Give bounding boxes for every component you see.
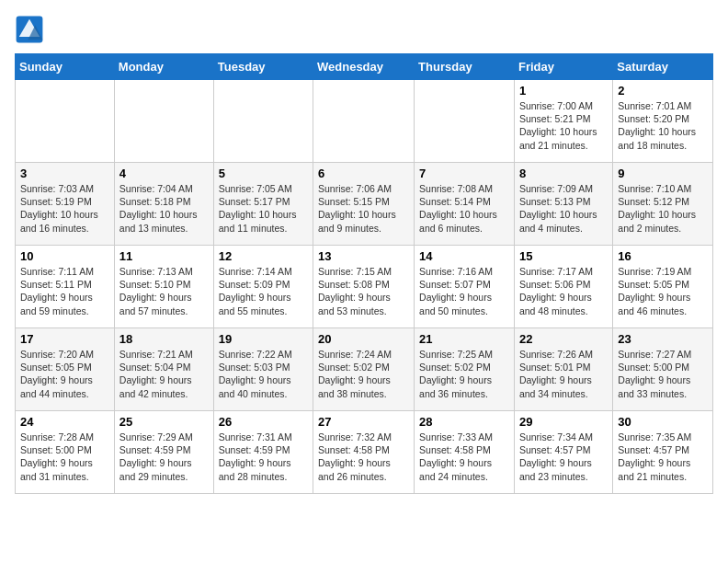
day-info: Sunrise: 7:17 AM Sunset: 5:06 PM Dayligh… — [519, 265, 608, 317]
week-row-3: 10Sunrise: 7:11 AM Sunset: 5:11 PM Dayli… — [16, 246, 713, 328]
calendar-cell: 3Sunrise: 7:03 AM Sunset: 5:19 PM Daylig… — [16, 163, 115, 246]
day-header-sunday: Sunday — [16, 54, 115, 80]
day-info: Sunrise: 7:00 AM Sunset: 5:21 PM Dayligh… — [519, 99, 608, 152]
calendar-table: SundayMondayTuesdayWednesdayThursdayFrid… — [15, 53, 713, 494]
day-info: Sunrise: 7:01 AM Sunset: 5:20 PM Dayligh… — [618, 99, 708, 152]
calendar-cell — [313, 80, 415, 163]
week-row-5: 24Sunrise: 7:28 AM Sunset: 5:00 PM Dayli… — [16, 411, 713, 494]
day-info: Sunrise: 7:16 AM Sunset: 5:07 PM Dayligh… — [419, 265, 509, 317]
calendar-cell — [114, 80, 213, 163]
day-header-tuesday: Tuesday — [213, 54, 313, 80]
calendar-cell: 11Sunrise: 7:13 AM Sunset: 5:10 PM Dayli… — [114, 246, 213, 328]
day-number: 28 — [419, 415, 509, 429]
calendar-cell — [213, 80, 313, 163]
day-info: Sunrise: 7:14 AM Sunset: 5:09 PM Dayligh… — [219, 265, 308, 317]
calendar-cell: 23Sunrise: 7:27 AM Sunset: 5:00 PM Dayli… — [613, 328, 713, 411]
day-number: 12 — [219, 249, 308, 263]
day-info: Sunrise: 7:03 AM Sunset: 5:19 PM Dayligh… — [20, 182, 109, 235]
day-number: 2 — [618, 84, 708, 98]
calendar-cell — [16, 80, 115, 163]
day-number: 5 — [219, 167, 308, 180]
calendar-cell: 10Sunrise: 7:11 AM Sunset: 5:11 PM Dayli… — [16, 246, 115, 328]
calendar-cell: 26Sunrise: 7:31 AM Sunset: 4:59 PM Dayli… — [213, 411, 313, 494]
calendar-cell: 9Sunrise: 7:10 AM Sunset: 5:12 PM Daylig… — [613, 163, 713, 246]
calendar-cell: 24Sunrise: 7:28 AM Sunset: 5:00 PM Dayli… — [16, 411, 115, 494]
day-number: 30 — [618, 415, 708, 429]
calendar-cell: 12Sunrise: 7:14 AM Sunset: 5:09 PM Dayli… — [213, 246, 313, 328]
day-info: Sunrise: 7:28 AM Sunset: 5:00 PM Dayligh… — [20, 431, 109, 483]
day-number: 24 — [20, 415, 109, 429]
calendar-cell: 22Sunrise: 7:26 AM Sunset: 5:01 PM Dayli… — [514, 328, 612, 411]
calendar-cell — [415, 80, 515, 163]
day-header-monday: Monday — [114, 54, 213, 80]
day-info: Sunrise: 7:19 AM Sunset: 5:05 PM Dayligh… — [618, 265, 708, 317]
day-info: Sunrise: 7:15 AM Sunset: 5:08 PM Dayligh… — [318, 265, 409, 317]
calendar-cell: 21Sunrise: 7:25 AM Sunset: 5:02 PM Dayli… — [415, 328, 515, 411]
day-number: 25 — [119, 415, 209, 429]
day-number: 16 — [618, 249, 708, 263]
day-info: Sunrise: 7:13 AM Sunset: 5:10 PM Dayligh… — [119, 265, 209, 317]
calendar-cell: 17Sunrise: 7:20 AM Sunset: 5:05 PM Dayli… — [16, 328, 115, 411]
day-number: 23 — [618, 332, 708, 346]
day-number: 13 — [318, 249, 409, 263]
calendar-cell: 2Sunrise: 7:01 AM Sunset: 5:20 PM Daylig… — [613, 80, 713, 163]
calendar-cell: 1Sunrise: 7:00 AM Sunset: 5:21 PM Daylig… — [514, 80, 612, 163]
calendar-cell: 25Sunrise: 7:29 AM Sunset: 4:59 PM Dayli… — [114, 411, 213, 494]
calendar-cell: 6Sunrise: 7:06 AM Sunset: 5:15 PM Daylig… — [313, 163, 415, 246]
day-number: 17 — [20, 332, 109, 346]
day-number: 26 — [219, 415, 308, 429]
day-header-friday: Friday — [514, 54, 612, 80]
day-info: Sunrise: 7:31 AM Sunset: 4:59 PM Dayligh… — [219, 431, 308, 483]
calendar-cell: 7Sunrise: 7:08 AM Sunset: 5:14 PM Daylig… — [415, 163, 515, 246]
day-number: 29 — [519, 415, 608, 429]
day-number: 9 — [618, 167, 708, 180]
day-header-saturday: Saturday — [613, 54, 713, 80]
page-header — [15, 15, 713, 44]
calendar-cell: 8Sunrise: 7:09 AM Sunset: 5:13 PM Daylig… — [514, 163, 612, 246]
day-info: Sunrise: 7:35 AM Sunset: 4:57 PM Dayligh… — [618, 431, 708, 483]
day-number: 11 — [119, 249, 209, 263]
day-header-wednesday: Wednesday — [313, 54, 415, 80]
day-info: Sunrise: 7:34 AM Sunset: 4:57 PM Dayligh… — [519, 431, 608, 483]
calendar-cell: 15Sunrise: 7:17 AM Sunset: 5:06 PM Dayli… — [514, 246, 612, 328]
day-number: 8 — [519, 167, 608, 180]
calendar-cell: 27Sunrise: 7:32 AM Sunset: 4:58 PM Dayli… — [313, 411, 415, 494]
day-number: 22 — [519, 332, 608, 346]
week-row-4: 17Sunrise: 7:20 AM Sunset: 5:05 PM Dayli… — [16, 328, 713, 411]
day-info: Sunrise: 7:27 AM Sunset: 5:00 PM Dayligh… — [618, 348, 708, 400]
calendar-cell: 19Sunrise: 7:22 AM Sunset: 5:03 PM Dayli… — [213, 328, 313, 411]
day-number: 14 — [419, 249, 509, 263]
day-header-thursday: Thursday — [415, 54, 515, 80]
day-info: Sunrise: 7:33 AM Sunset: 4:58 PM Dayligh… — [419, 431, 509, 483]
day-number: 19 — [219, 332, 308, 346]
day-info: Sunrise: 7:09 AM Sunset: 5:13 PM Dayligh… — [519, 182, 608, 235]
day-number: 20 — [318, 332, 409, 346]
day-info: Sunrise: 7:11 AM Sunset: 5:11 PM Dayligh… — [20, 265, 109, 317]
day-number: 15 — [519, 249, 608, 263]
day-number: 21 — [419, 332, 509, 346]
week-row-2: 3Sunrise: 7:03 AM Sunset: 5:19 PM Daylig… — [16, 163, 713, 246]
calendar-cell: 29Sunrise: 7:34 AM Sunset: 4:57 PM Dayli… — [514, 411, 612, 494]
day-number: 6 — [318, 167, 409, 180]
day-number: 4 — [119, 167, 209, 180]
day-info: Sunrise: 7:04 AM Sunset: 5:18 PM Dayligh… — [119, 182, 209, 235]
day-number: 1 — [519, 84, 608, 98]
day-number: 7 — [419, 167, 509, 180]
logo — [15, 15, 50, 44]
calendar-cell: 18Sunrise: 7:21 AM Sunset: 5:04 PM Dayli… — [114, 328, 213, 411]
day-info: Sunrise: 7:22 AM Sunset: 5:03 PM Dayligh… — [219, 348, 308, 400]
day-number: 27 — [318, 415, 409, 429]
day-info: Sunrise: 7:21 AM Sunset: 5:04 PM Dayligh… — [119, 348, 209, 400]
calendar-cell: 20Sunrise: 7:24 AM Sunset: 5:02 PM Dayli… — [313, 328, 415, 411]
day-number: 3 — [20, 167, 109, 180]
calendar-cell: 16Sunrise: 7:19 AM Sunset: 5:05 PM Dayli… — [613, 246, 713, 328]
calendar-cell: 4Sunrise: 7:04 AM Sunset: 5:18 PM Daylig… — [114, 163, 213, 246]
day-info: Sunrise: 7:10 AM Sunset: 5:12 PM Dayligh… — [618, 182, 708, 235]
day-number: 10 — [20, 249, 109, 263]
logo-icon — [15, 15, 44, 44]
day-info: Sunrise: 7:05 AM Sunset: 5:17 PM Dayligh… — [219, 182, 308, 235]
day-number: 18 — [119, 332, 209, 346]
day-info: Sunrise: 7:25 AM Sunset: 5:02 PM Dayligh… — [419, 348, 509, 400]
calendar-cell: 14Sunrise: 7:16 AM Sunset: 5:07 PM Dayli… — [415, 246, 515, 328]
day-info: Sunrise: 7:06 AM Sunset: 5:15 PM Dayligh… — [318, 182, 409, 235]
